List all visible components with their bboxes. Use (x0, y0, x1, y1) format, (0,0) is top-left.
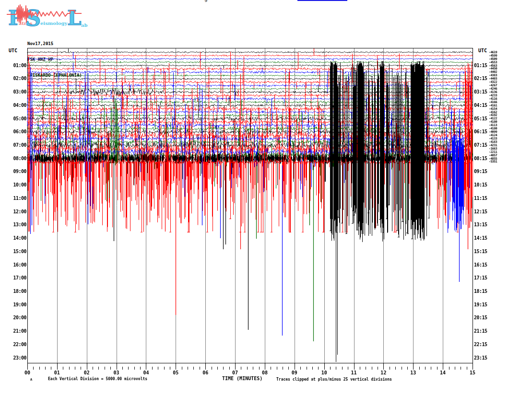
hour-label-right: 12:15 (474, 209, 487, 214)
hour-label-left: 19:00 (11, 302, 26, 307)
hour-label-left: 20:00 (11, 315, 26, 320)
hour-label-right: 09:15 (474, 169, 487, 174)
x-axis-tick-label: 10 (318, 370, 331, 375)
x-axis-tick-label: 12 (377, 370, 390, 375)
hour-label-left: 05:00 (11, 116, 26, 121)
x-axis-tick-label: 06 (199, 370, 212, 375)
clip-note: Traces clipped at plus/minus 25 vertical… (276, 377, 392, 382)
hour-label-right: 18:15 (474, 289, 487, 294)
hour-label-right: 13:15 (474, 222, 487, 227)
hour-label-left: 16:00 (11, 262, 26, 267)
x-axis-tick-label: 08 (259, 370, 271, 375)
x-axis-title: TIME (MINUTES) (222, 376, 262, 381)
hour-label-left: 08:00 (11, 156, 26, 161)
hour-label-left: 10:00 (11, 182, 26, 187)
hour-label-right: 17:15 (474, 275, 487, 280)
x-axis-tick-label: 00 (21, 370, 34, 375)
hour-label-right: 07:15 (474, 142, 487, 148)
x-axis-tick-label: 07 (229, 370, 241, 375)
hour-label-left: 02:00 (11, 76, 26, 81)
x-axis-tick-label: 13 (407, 370, 419, 375)
hour-label-right: 22:15 (474, 342, 487, 347)
hour-label-right: 14:15 (474, 235, 487, 241)
hour-label-right: 05:15 (474, 116, 487, 121)
hour-label-left: 04:00 (11, 103, 26, 108)
hour-label-left: 17:00 (11, 275, 26, 280)
hour-label-left: 18:00 (11, 289, 26, 294)
x-axis-tick-label: 04 (140, 370, 152, 375)
x-axis-tick-label: 02 (81, 370, 93, 375)
footer-marker: A (30, 378, 32, 382)
hour-label-left: 13:00 (11, 222, 26, 227)
x-axis-tick-label: 15 (466, 370, 479, 375)
hour-label-left: 06:00 (11, 129, 26, 134)
hour-label-right: 11:15 (474, 196, 487, 201)
hour-label-left: 23:00 (11, 355, 26, 360)
hour-label-left: 14:00 (11, 235, 26, 241)
x-axis-tick-label: 01 (51, 370, 63, 375)
hour-label-left: 07:00 (11, 142, 26, 148)
hour-label-left: 03:00 (11, 89, 26, 94)
hour-label-right: 02:15 (474, 76, 487, 81)
x-axis-tick-label: 09 (288, 370, 301, 375)
hour-label-right: 16:15 (474, 262, 487, 267)
hour-label-left: 21:00 (11, 328, 26, 334)
hour-label-left: 11:00 (11, 196, 26, 201)
x-axis-tick-label: 14 (437, 370, 449, 375)
hour-label-right: 20:15 (474, 315, 487, 320)
hour-label-left: 15:00 (11, 249, 26, 254)
hour-label-left: 09:00 (11, 169, 26, 174)
hour-label-right: 23:15 (474, 355, 487, 360)
x-axis-tick-label: 03 (110, 370, 123, 375)
x-axis-tick-label: 11 (348, 370, 360, 375)
seismogram-canvas (0, 0, 532, 395)
hour-label-right: 15:15 (474, 249, 487, 254)
hour-label-right: 04:15 (474, 103, 487, 108)
hour-label-left: 12:00 (11, 209, 26, 214)
hour-label-right: 08:15 (474, 156, 487, 161)
helicorder-page: g P atras S eismology L ab Nov17,2015 FS… (0, 0, 532, 395)
hour-label-left: 01:00 (11, 63, 26, 68)
hour-label-right: 01:15 (474, 63, 487, 68)
hour-label-left: 22:00 (11, 342, 26, 347)
hour-label-right: 10:15 (474, 182, 487, 187)
trace-offset-value: -5351 (489, 160, 497, 163)
hour-label-right: 21:15 (474, 328, 487, 334)
hour-label-right: 03:15 (474, 89, 487, 94)
x-axis-tick-label: 05 (169, 370, 182, 375)
hour-label-right: 19:15 (474, 302, 487, 307)
scale-note: Each Vertical Division = 5000.00 microvo… (48, 377, 147, 381)
hour-label-right: 06:15 (474, 129, 487, 134)
